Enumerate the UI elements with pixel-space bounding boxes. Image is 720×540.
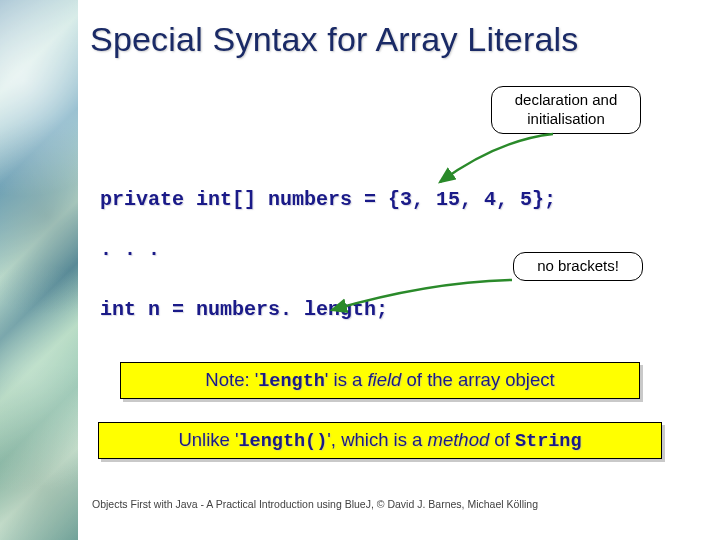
slide-content: Special Syntax for Array Literals declar… — [78, 0, 720, 540]
note-text: ' is a — [325, 369, 368, 390]
note-code: String — [515, 431, 582, 452]
slide-footer: Objects First with Java - A Practical In… — [92, 498, 538, 510]
callout-no-brackets: no brackets! — [513, 252, 643, 281]
note-code: length() — [239, 431, 328, 452]
code-line-declaration: private int[] numbers = {3, 15, 4, 5}; — [100, 188, 556, 211]
callout-declaration: declaration and initialisation — [491, 86, 641, 134]
note-code: length — [258, 371, 325, 392]
decorative-sidebar — [0, 0, 78, 540]
note-length-method: Unlike 'length()', which is a method of … — [98, 422, 662, 459]
note-text: Unlike ' — [178, 429, 238, 450]
arrow-to-array-literal — [428, 130, 568, 190]
note-text: ', which is a — [327, 429, 427, 450]
code-line-length: int n = numbers. length; — [100, 298, 388, 321]
note-text: Note: ' — [205, 369, 258, 390]
slide-title: Special Syntax for Array Literals — [90, 20, 578, 59]
note-text: of — [489, 429, 515, 450]
note-italic: field — [367, 369, 401, 390]
note-length-field: Note: 'length' is a field of the array o… — [120, 362, 640, 399]
note-text: of the array object — [401, 369, 554, 390]
code-ellipsis: . . . — [100, 238, 160, 261]
note-italic: method — [428, 429, 490, 450]
